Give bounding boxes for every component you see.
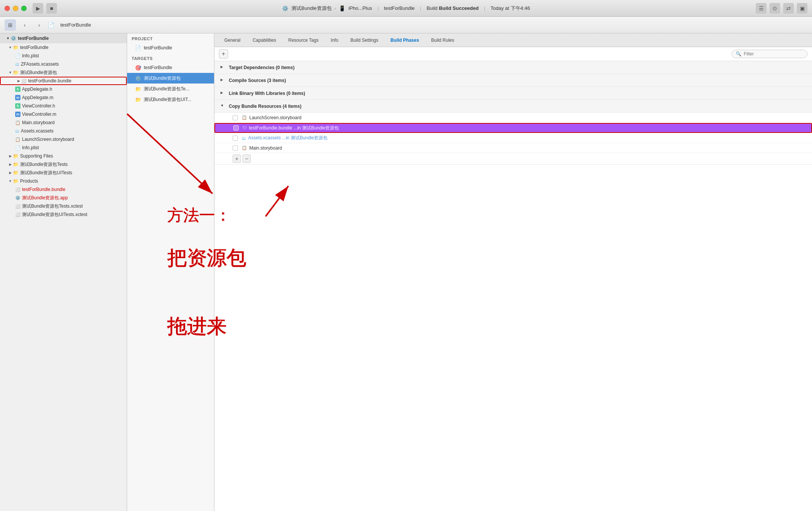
tests-folder-icon: 📁	[13, 162, 19, 167]
nav-item-uitests-product[interactable]: ⬜ 测试Bundle资源包UITests.xctest	[0, 210, 127, 219]
phase-compile-sources[interactable]: ▶ Compile Sources (3 items)	[214, 74, 812, 87]
phase-link-binary[interactable]: ▶ Link Binary With Libraries (0 items)	[214, 87, 812, 100]
tab-capabilities[interactable]: Capabilities	[247, 35, 282, 46]
add-phase-button[interactable]: +	[219, 49, 228, 58]
nav-item-ceshi-folder[interactable]: ▼ 📁 测试Bundle资源包	[0, 68, 127, 77]
assets-checkbox[interactable]	[233, 136, 238, 141]
bundle-checkbox[interactable]	[233, 125, 239, 131]
nav-item-bundle-product[interactable]: ⬜ testForBundle.bundle	[0, 185, 127, 194]
tests-product-label: 测试Bundle资源包Tests.xctest	[22, 203, 83, 210]
navigator-toggle[interactable]: ⊞	[5, 19, 16, 31]
nav-item-bundle-selected[interactable]: ▶ ⬜ testForBundle.bundle	[0, 77, 127, 85]
remove-file-button[interactable]: −	[242, 155, 251, 163]
filter-input[interactable]	[744, 51, 797, 57]
vcs-button[interactable]: ⇄	[783, 3, 794, 14]
maximize-button[interactable]	[21, 6, 27, 11]
target-label-4: 测试Bundle资源包UIT...	[144, 96, 191, 103]
bundle-file-label: testForBundle.bundle ...in 测试Bundle资源包	[249, 125, 339, 131]
file-row-mainstoryboard[interactable]: 📋 Main.storyboard	[214, 143, 812, 153]
file-row-bundle-highlighted[interactable]: 🛡 testForBundle.bundle ...in 测试Bundle资源包	[214, 123, 812, 133]
nav-item-appdelegate-m[interactable]: m AppDelegate.m	[0, 93, 127, 102]
xcassets-label-1: ZFAssets.xcassets	[21, 62, 59, 67]
nav-item-app-product[interactable]: ⚙️ 测试Bundle资源包.app	[0, 194, 127, 202]
tab-build-phases[interactable]: Build Phases	[385, 35, 424, 46]
nav-item-products[interactable]: ▼ 📁 Products	[0, 177, 127, 185]
app-product-label: 测试Bundle资源包.app	[22, 195, 68, 201]
uitests-folder-icon: 📁	[13, 170, 19, 175]
nav-item-viewcontroller-m[interactable]: m ViewController.m	[0, 110, 127, 118]
target-item-uitests[interactable]: 📁 测试Bundle资源包UIT...	[127, 94, 214, 105]
nav-item-testforbundle-folder[interactable]: ▼ 📁 testForBundle	[0, 43, 127, 52]
back-button[interactable]: ‹	[19, 19, 30, 31]
m-icon-1: m	[15, 95, 20, 100]
project-item-testforbundle[interactable]: 📄 testForBundle	[127, 43, 214, 53]
plist-label-1: Info.plist	[22, 53, 39, 58]
project-item-label: testForBundle	[144, 45, 172, 50]
file-navigator[interactable]: ▼ ⚙️ testForBundle ▼ 📁 testForBundle 📄 I…	[0, 33, 127, 511]
nav-item-tests-product[interactable]: ⬜ 测试Bundle资源包Tests.xctest	[0, 202, 127, 210]
viewcontroller-h-label: ViewController.h	[22, 103, 55, 109]
nav-root[interactable]: ▼ ⚙️ testForBundle	[0, 33, 127, 43]
appdelegate-h-label: AppDelegate.h	[22, 87, 52, 92]
file-row-assets[interactable]: 🗂 Assets.xcassets ...in 测试Bundle资源包	[214, 133, 812, 143]
tab-info[interactable]: Info	[326, 35, 344, 46]
compile-sources-title: Compile Sources (3 items)	[229, 78, 286, 83]
nav-item-zfassets[interactable]: 🗂 ZFAssets.xcassets	[0, 60, 127, 68]
tab-build-settings[interactable]: Build Settings	[345, 35, 384, 46]
tab-resource-tags[interactable]: Resource Tags	[283, 35, 324, 46]
minimize-button[interactable]	[13, 6, 18, 11]
target-item-tests[interactable]: 📁 测试Bundle资源包Te...	[127, 84, 214, 94]
launchscreen-checkbox[interactable]	[233, 115, 238, 120]
nav-item-info-plist-1[interactable]: 📄 Info.plist	[0, 52, 127, 60]
plus-minus-bar: + −	[214, 153, 812, 165]
xcassets-icon-1: 🗂	[15, 62, 19, 66]
main-storyboard-checkbox[interactable]	[233, 145, 238, 151]
add-file-button[interactable]: +	[233, 155, 241, 163]
stop-button[interactable]: ■	[46, 3, 57, 14]
root-label: testForBundle	[18, 36, 49, 41]
main-storyboard-file-label: Main.storyboard	[249, 145, 282, 151]
nav-item-main-storyboard[interactable]: 📋 Main.storyboard	[0, 118, 127, 127]
forward-button[interactable]: ›	[33, 19, 45, 31]
target-item-ceshi[interactable]: ⚙️ 测试Bundle资源包	[127, 73, 214, 84]
launchscreen-file-label: LaunchScreen.storyboard	[249, 115, 301, 120]
tab-build-rules[interactable]: Build Rules	[426, 35, 460, 46]
assistant-button[interactable]: ⊙	[770, 3, 780, 14]
build-phases-panel: General Capabilities Resource Tags Info …	[214, 33, 812, 511]
root-disclosure: ▼	[5, 36, 11, 41]
inspector-button[interactable]: ▣	[797, 3, 807, 14]
nav-item-uitests[interactable]: ▶ 📁 测试Bundle资源包UITests	[0, 169, 127, 177]
project-panel: PROJECT 📄 testForBundle TARGETS 🎯 testFo…	[127, 33, 214, 511]
root-icon: ⚙️	[11, 36, 16, 41]
folder-label-1: testForBundle	[20, 45, 49, 50]
filter-input-wrap[interactable]: 🔍	[732, 50, 807, 58]
nav-item-supporting-files[interactable]: ▶ 📁 Supporting Files	[0, 152, 127, 160]
target-label: testForBundle	[384, 5, 415, 11]
bundle-label-nav: testForBundle.bundle	[28, 78, 71, 84]
phase-copy-bundle[interactable]: ▼ Copy Bundle Resources (4 items)	[214, 100, 812, 113]
compile-sources-disclosure: ▶	[220, 78, 226, 83]
nav-item-viewcontroller-h[interactable]: h ViewController.h	[0, 102, 127, 110]
products-folder-icon: 📁	[13, 178, 19, 184]
products-disclosure: ▼	[8, 178, 13, 184]
nav-item-launchscreen[interactable]: 📋 LaunchScreen.storyboard	[0, 135, 127, 144]
products-label: Products	[20, 178, 38, 184]
file-row-launchscreen[interactable]: 📋 LaunchScreen.storyboard	[214, 113, 812, 123]
link-binary-disclosure: ▶	[220, 91, 226, 96]
target-item-testforbundle[interactable]: 🎯 testForBundle	[127, 62, 214, 73]
project-icon: ⚙️	[282, 5, 288, 11]
tab-general[interactable]: General	[219, 35, 246, 46]
tests-product-icon: ⬜	[15, 204, 20, 209]
titlebar-right: ☰ ⊙ ⇄ ▣	[756, 3, 807, 14]
view-options-button[interactable]: ☰	[756, 3, 766, 14]
toolbar: ⊞ ‹ › 📄 testForBundle	[0, 17, 812, 33]
filter-bar: + 🔍	[214, 47, 812, 61]
nav-item-info-plist-2[interactable]: 📄 Info.plist	[0, 144, 127, 152]
nav-item-tests[interactable]: ▶ 📁 测试Bundle资源包Tests	[0, 160, 127, 169]
nav-item-assets-xcassets[interactable]: 🗂 Assets.xcassets	[0, 127, 127, 135]
phase-target-deps[interactable]: ▶ Target Dependencies (0 items)	[214, 61, 812, 74]
bundle-icon-nav: ⬜	[21, 79, 27, 84]
close-button[interactable]	[5, 6, 10, 11]
play-button[interactable]: ▶	[33, 3, 43, 14]
nav-item-appdelegate-h[interactable]: h AppDelegate.h	[0, 85, 127, 93]
